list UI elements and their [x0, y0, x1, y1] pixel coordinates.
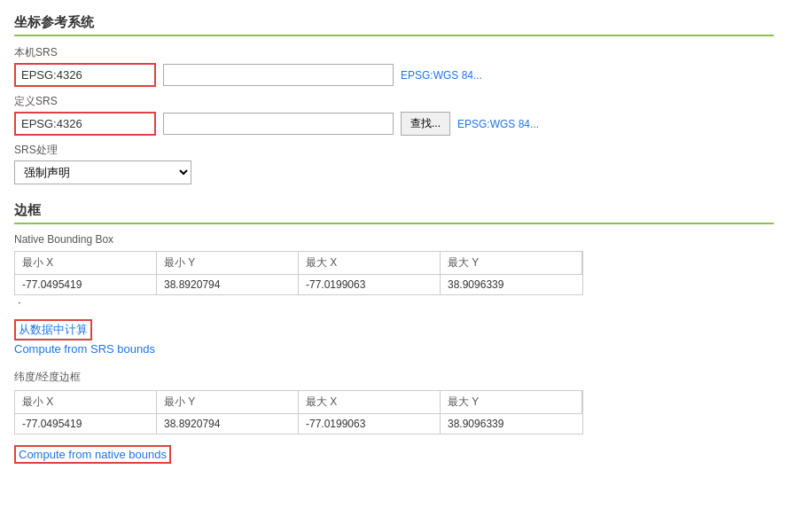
find-button[interactable]: 查找...: [401, 112, 450, 136]
native-srs-label: 本机SRS: [14, 45, 774, 60]
bbox-title: 边框: [14, 202, 774, 224]
native-val-2: 38.8920794: [157, 275, 299, 294]
latlon-col-header-3: 最大 X: [299, 391, 441, 414]
defined-srs-extra-input[interactable]: [163, 113, 394, 135]
srs-handling-row: 强制声明 重新投影本机到声明 保持本机: [14, 160, 774, 184]
native-srs-row: EPSG:WGS 84...: [14, 63, 774, 87]
native-col-header-2: 最小 Y: [157, 252, 299, 275]
native-srs-link[interactable]: EPSG:WGS 84...: [401, 69, 482, 82]
latlon-val-2: 38.8920794: [157, 414, 299, 434]
native-col-header-1: 最小 X: [15, 252, 157, 275]
crs-title: 坐标参考系统: [14, 14, 774, 36]
native-val-1: -77.0495419: [15, 275, 157, 294]
compute-from-srs-link[interactable]: Compute from SRS bounds: [14, 342, 155, 356]
compute-from-data-link[interactable]: 从数据中计算: [14, 319, 92, 340]
bbox-section: 边框 Native Bounding Box 最小 X 最小 Y 最大 X 最大…: [14, 202, 774, 464]
native-srs-input[interactable]: [14, 63, 156, 87]
latlon-val-4: 38.9096339: [441, 414, 582, 434]
latlon-val-3: -77.0199063: [299, 414, 441, 434]
compute-from-native-link[interactable]: Compute from native bounds: [14, 445, 171, 464]
defined-srs-link[interactable]: EPSG:WGS 84...: [457, 118, 539, 130]
native-srs-extra-input[interactable]: [163, 64, 394, 86]
latlon-bbox-label: 纬度/经度边框: [14, 370, 774, 385]
latlon-col-header-1: 最小 X: [15, 391, 157, 414]
native-col-header-3: 最大 X: [299, 252, 441, 275]
native-col-header-4: 最大 Y: [441, 252, 582, 275]
dot-decoration: ·: [18, 295, 21, 309]
crs-section: 坐标参考系统 本机SRS EPSG:WGS 84... 定义SRS 查找... …: [14, 14, 774, 184]
latlon-col-header-4: 最大 Y: [441, 391, 582, 414]
srs-handling-select[interactable]: 强制声明 重新投影本机到声明 保持本机: [14, 160, 191, 184]
latlon-bbox-grid: 最小 X 最小 Y 最大 X 最大 Y -77.0495419 38.89207…: [14, 390, 583, 434]
latlon-val-1: -77.0495419: [15, 414, 157, 434]
native-val-3: -77.0199063: [299, 275, 441, 294]
latlon-col-header-2: 最小 Y: [157, 391, 299, 414]
defined-srs-input[interactable]: [14, 112, 156, 136]
native-val-4: 38.9096339: [441, 275, 582, 294]
defined-srs-label: 定义SRS: [14, 94, 774, 109]
latlon-compute-links: Compute from native bounds: [14, 440, 774, 464]
defined-srs-row: 查找... EPSG:WGS 84...: [14, 112, 774, 136]
srs-handling-label: SRS处理: [14, 143, 774, 158]
native-bbox-grid: 最小 X 最小 Y 最大 X 最大 Y -77.0495419 38.89207…: [14, 251, 583, 295]
native-compute-links: 从数据中计算 Compute from SRS bounds: [14, 314, 774, 363]
native-bbox-label: Native Bounding Box: [14, 233, 774, 246]
